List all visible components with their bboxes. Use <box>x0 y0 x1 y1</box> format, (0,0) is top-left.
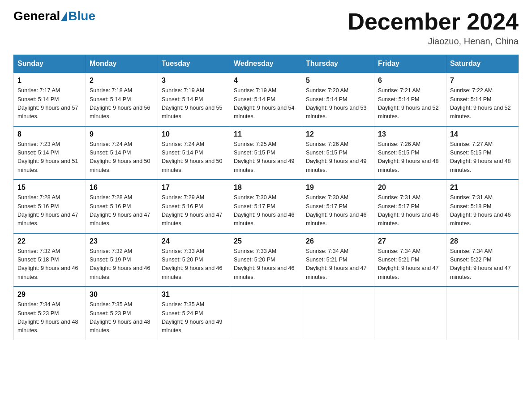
day-info: Sunrise: 7:34 AMSunset: 5:21 PMDaylight:… <box>306 248 367 280</box>
day-info: Sunrise: 7:26 AMSunset: 5:15 PMDaylight:… <box>378 141 439 173</box>
day-info: Sunrise: 7:19 AMSunset: 5:14 PMDaylight:… <box>234 87 295 120</box>
calendar-week-row: 22 Sunrise: 7:32 AMSunset: 5:18 PMDaylig… <box>14 233 519 287</box>
day-number: 16 <box>90 184 154 192</box>
calendar-day-cell <box>302 287 374 340</box>
calendar-day-cell: 24 Sunrise: 7:33 AMSunset: 5:20 PMDaylig… <box>158 233 230 287</box>
day-info: Sunrise: 7:26 AMSunset: 5:15 PMDaylight:… <box>306 141 367 173</box>
day-number: 15 <box>17 184 82 192</box>
calendar-header-row: SundayMondayTuesdayWednesdayThursdayFrid… <box>14 55 519 73</box>
logo-general-text: General <box>13 9 60 23</box>
calendar-day-cell: 20 Sunrise: 7:31 AMSunset: 5:17 PMDaylig… <box>374 180 446 233</box>
day-of-week-header: Saturday <box>446 55 519 73</box>
day-info: Sunrise: 7:23 AMSunset: 5:14 PMDaylight:… <box>17 141 78 173</box>
day-of-week-header: Thursday <box>302 55 374 73</box>
calendar-day-cell: 8 Sunrise: 7:23 AMSunset: 5:14 PMDayligh… <box>14 126 86 180</box>
day-number: 30 <box>90 291 154 299</box>
day-info: Sunrise: 7:35 AMSunset: 5:24 PMDaylight:… <box>162 301 223 334</box>
day-info: Sunrise: 7:31 AMSunset: 5:17 PMDaylight:… <box>378 194 439 227</box>
day-number: 17 <box>162 184 226 192</box>
day-info: Sunrise: 7:32 AMSunset: 5:18 PMDaylight:… <box>17 248 78 280</box>
day-of-week-header: Tuesday <box>158 55 230 73</box>
day-number: 13 <box>378 130 442 138</box>
calendar-day-cell: 17 Sunrise: 7:29 AMSunset: 5:16 PMDaylig… <box>158 180 230 233</box>
logo-triangle-icon <box>61 11 67 21</box>
day-info: Sunrise: 7:32 AMSunset: 5:19 PMDaylight:… <box>90 248 150 280</box>
day-of-week-header: Friday <box>374 55 446 73</box>
calendar-day-cell: 15 Sunrise: 7:28 AMSunset: 5:16 PMDaylig… <box>14 180 86 233</box>
day-info: Sunrise: 7:25 AMSunset: 5:15 PMDaylight:… <box>234 141 295 173</box>
day-number: 28 <box>450 237 515 245</box>
day-info: Sunrise: 7:35 AMSunset: 5:23 PMDaylight:… <box>90 301 150 334</box>
calendar-day-cell: 25 Sunrise: 7:33 AMSunset: 5:20 PMDaylig… <box>230 233 302 287</box>
calendar-day-cell: 21 Sunrise: 7:31 AMSunset: 5:18 PMDaylig… <box>446 180 519 233</box>
day-info: Sunrise: 7:24 AMSunset: 5:14 PMDaylight:… <box>90 141 150 173</box>
calendar-day-cell: 12 Sunrise: 7:26 AMSunset: 5:15 PMDaylig… <box>302 126 374 180</box>
calendar-day-cell: 23 Sunrise: 7:32 AMSunset: 5:19 PMDaylig… <box>86 233 158 287</box>
title-area: December 2024 Jiaozuo, Henan, China <box>348 9 519 47</box>
day-info: Sunrise: 7:22 AMSunset: 5:14 PMDaylight:… <box>450 87 511 120</box>
calendar-day-cell: 7 Sunrise: 7:22 AMSunset: 5:14 PMDayligh… <box>446 73 519 126</box>
day-number: 3 <box>162 77 226 85</box>
day-number: 4 <box>234 77 298 85</box>
calendar-day-cell: 18 Sunrise: 7:30 AMSunset: 5:17 PMDaylig… <box>230 180 302 233</box>
day-number: 1 <box>17 77 82 85</box>
calendar-day-cell: 27 Sunrise: 7:34 AMSunset: 5:21 PMDaylig… <box>374 233 446 287</box>
day-number: 6 <box>378 77 442 85</box>
calendar-day-cell: 31 Sunrise: 7:35 AMSunset: 5:24 PMDaylig… <box>158 287 230 340</box>
day-number: 9 <box>90 130 154 138</box>
day-info: Sunrise: 7:33 AMSunset: 5:20 PMDaylight:… <box>162 248 223 280</box>
month-title: December 2024 <box>348 9 519 34</box>
day-number: 14 <box>450 130 515 138</box>
day-info: Sunrise: 7:28 AMSunset: 5:16 PMDaylight:… <box>90 194 150 227</box>
day-number: 19 <box>306 184 370 192</box>
calendar-day-cell <box>374 287 446 340</box>
day-info: Sunrise: 7:29 AMSunset: 5:16 PMDaylight:… <box>162 194 223 227</box>
calendar-week-row: 1 Sunrise: 7:17 AMSunset: 5:14 PMDayligh… <box>14 73 519 126</box>
day-number: 7 <box>450 77 515 85</box>
day-number: 10 <box>162 130 226 138</box>
day-info: Sunrise: 7:30 AMSunset: 5:17 PMDaylight:… <box>306 194 367 227</box>
calendar-week-row: 15 Sunrise: 7:28 AMSunset: 5:16 PMDaylig… <box>14 180 519 233</box>
location-text: Jiaozuo, Henan, China <box>348 36 519 47</box>
calendar-day-cell: 4 Sunrise: 7:19 AMSunset: 5:14 PMDayligh… <box>230 73 302 126</box>
calendar-day-cell: 11 Sunrise: 7:25 AMSunset: 5:15 PMDaylig… <box>230 126 302 180</box>
day-number: 20 <box>378 184 442 192</box>
day-of-week-header: Monday <box>86 55 158 73</box>
calendar-day-cell: 9 Sunrise: 7:24 AMSunset: 5:14 PMDayligh… <box>86 126 158 180</box>
day-info: Sunrise: 7:28 AMSunset: 5:16 PMDaylight:… <box>17 194 78 227</box>
day-info: Sunrise: 7:24 AMSunset: 5:14 PMDaylight:… <box>162 141 223 173</box>
calendar-day-cell: 3 Sunrise: 7:19 AMSunset: 5:14 PMDayligh… <box>158 73 230 126</box>
day-number: 25 <box>234 237 298 245</box>
day-number: 29 <box>17 291 82 299</box>
calendar-day-cell <box>446 287 519 340</box>
calendar-day-cell: 5 Sunrise: 7:20 AMSunset: 5:14 PMDayligh… <box>302 73 374 126</box>
day-info: Sunrise: 7:20 AMSunset: 5:14 PMDaylight:… <box>306 87 367 120</box>
day-info: Sunrise: 7:33 AMSunset: 5:20 PMDaylight:… <box>234 248 295 280</box>
day-info: Sunrise: 7:19 AMSunset: 5:14 PMDaylight:… <box>162 87 223 120</box>
day-info: Sunrise: 7:34 AMSunset: 5:21 PMDaylight:… <box>378 248 439 280</box>
day-info: Sunrise: 7:31 AMSunset: 5:18 PMDaylight:… <box>450 194 511 227</box>
day-number: 27 <box>378 237 442 245</box>
calendar-day-cell: 13 Sunrise: 7:26 AMSunset: 5:15 PMDaylig… <box>374 126 446 180</box>
day-info: Sunrise: 7:27 AMSunset: 5:15 PMDaylight:… <box>450 141 511 173</box>
calendar-day-cell: 29 Sunrise: 7:34 AMSunset: 5:23 PMDaylig… <box>14 287 86 340</box>
calendar-table: SundayMondayTuesdayWednesdayThursdayFrid… <box>13 55 519 340</box>
calendar-week-row: 8 Sunrise: 7:23 AMSunset: 5:14 PMDayligh… <box>14 126 519 180</box>
day-number: 24 <box>162 237 226 245</box>
day-number: 12 <box>306 130 370 138</box>
calendar-day-cell: 6 Sunrise: 7:21 AMSunset: 5:14 PMDayligh… <box>374 73 446 126</box>
day-number: 22 <box>17 237 82 245</box>
calendar-week-row: 29 Sunrise: 7:34 AMSunset: 5:23 PMDaylig… <box>14 287 519 340</box>
calendar-day-cell: 28 Sunrise: 7:34 AMSunset: 5:22 PMDaylig… <box>446 233 519 287</box>
day-number: 5 <box>306 77 370 85</box>
calendar-day-cell: 10 Sunrise: 7:24 AMSunset: 5:14 PMDaylig… <box>158 126 230 180</box>
calendar-day-cell: 19 Sunrise: 7:30 AMSunset: 5:17 PMDaylig… <box>302 180 374 233</box>
day-info: Sunrise: 7:18 AMSunset: 5:14 PMDaylight:… <box>90 87 150 120</box>
day-info: Sunrise: 7:34 AMSunset: 5:23 PMDaylight:… <box>17 301 78 334</box>
day-of-week-header: Sunday <box>14 55 86 73</box>
day-number: 2 <box>90 77 154 85</box>
day-number: 23 <box>90 237 154 245</box>
day-number: 11 <box>234 130 298 138</box>
logo-blue-text: Blue <box>68 9 95 23</box>
day-of-week-header: Wednesday <box>230 55 302 73</box>
